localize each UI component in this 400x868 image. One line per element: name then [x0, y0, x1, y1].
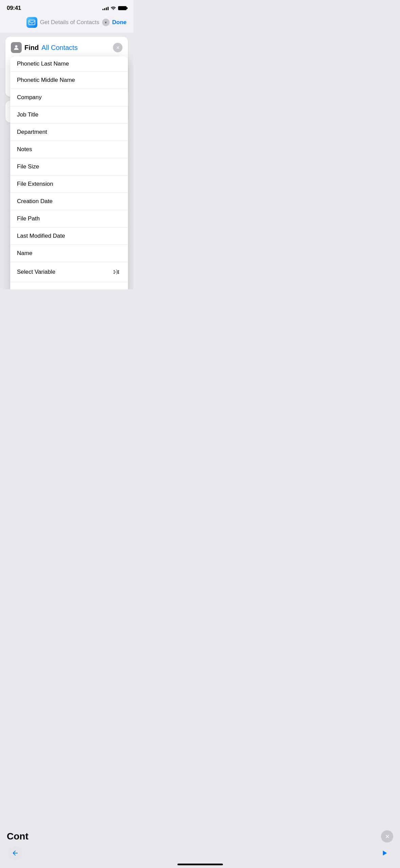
svg-point-5 [118, 270, 119, 272]
list-item[interactable]: Phonetic Middle Name [10, 72, 128, 89]
dropdown-item-partial[interactable]: Phonetic Last Name [10, 56, 128, 72]
list-item[interactable]: Last Modified Date [10, 228, 128, 245]
list-item[interactable]: Creation Date [10, 193, 128, 210]
status-time: 09:41 [7, 5, 21, 12]
list-item[interactable]: Job Title [10, 106, 128, 124]
notes-label: Notes [17, 146, 32, 153]
dropdown-menu: Phonetic Last Name Phonetic Middle Name … [10, 56, 128, 289]
name-label: Name [17, 250, 32, 257]
ask-each-time-label: Ask Each Time [17, 289, 55, 289]
app-icon [26, 17, 37, 28]
header-title: Get Details of Contacts [40, 19, 99, 26]
select-variable-label: Select Variable [17, 269, 55, 275]
company-label: Company [17, 94, 42, 101]
job-title-label: Job Title [17, 111, 38, 118]
list-item[interactable]: Ask Each Time [10, 282, 128, 289]
select-variable-icon [112, 267, 121, 277]
ask-each-time-icon [112, 287, 121, 289]
list-item[interactable]: Name [10, 245, 128, 262]
wifi-icon [111, 5, 116, 11]
list-item[interactable]: Company [10, 89, 128, 106]
svg-point-3 [114, 270, 115, 272]
list-item[interactable]: Select Variable [10, 262, 128, 282]
header-center: Get Details of Contacts ▾ [26, 17, 110, 28]
svg-point-1 [15, 45, 18, 48]
svg-rect-0 [29, 20, 35, 25]
all-contacts-label[interactable]: All Contacts [41, 44, 78, 52]
chevron-down-icon[interactable]: ▾ [102, 19, 110, 26]
find-label: Find [24, 44, 39, 52]
list-item[interactable]: Notes [10, 141, 128, 158]
file-size-label: File Size [17, 163, 39, 170]
done-button[interactable]: Done [112, 19, 127, 26]
close-button[interactable]: ✕ [113, 43, 122, 52]
phonetic-middle-name-label: Phonetic Middle Name [17, 77, 75, 84]
list-item[interactable]: File Extension [10, 176, 128, 193]
file-extension-label: File Extension [17, 181, 53, 187]
svg-point-6 [118, 273, 119, 274]
header: Get Details of Contacts ▾ Done [0, 14, 133, 33]
list-item[interactable]: File Path [10, 210, 128, 228]
signal-icon [102, 6, 109, 10]
phonetic-last-name-item-partial: Phonetic Last Name [17, 60, 69, 67]
list-item[interactable]: Department [10, 124, 128, 141]
status-bar: 09:41 [0, 0, 133, 14]
find-row: Find All Contacts ✕ [11, 42, 122, 53]
contact-icon [11, 42, 22, 53]
svg-point-4 [114, 273, 115, 274]
battery-icon [118, 6, 127, 10]
main-content: Find All Contacts ✕ + Ad... Sort b None … [0, 33, 133, 127]
last-modified-date-label: Last Modified Date [17, 233, 65, 239]
list-item[interactable]: File Size [10, 158, 128, 176]
file-path-label: File Path [17, 215, 40, 222]
status-icons [102, 5, 127, 11]
department-label: Department [17, 129, 47, 135]
creation-date-label: Creation Date [17, 198, 53, 205]
